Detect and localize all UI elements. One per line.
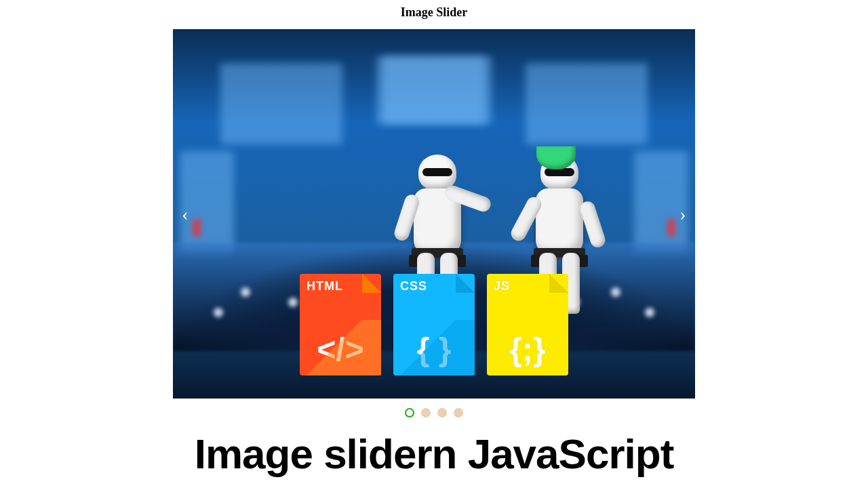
badge-glyph: </> xyxy=(317,333,363,366)
chevron-right-icon: › xyxy=(679,203,686,225)
bokeh-dot xyxy=(611,287,620,297)
pagination-dot[interactable] xyxy=(405,408,414,418)
red-light-icon xyxy=(193,219,200,237)
badge-label: CSS xyxy=(400,279,427,293)
pagination-dot[interactable] xyxy=(437,408,447,418)
next-button[interactable]: › xyxy=(675,201,691,228)
js-file-icon: JS {;} xyxy=(487,274,568,375)
badge-label: JS xyxy=(494,279,510,293)
image-slider: HTML </> CSS { } JS {;} ‹ › xyxy=(173,29,695,399)
page-title: Image Slider xyxy=(401,5,468,20)
bokeh-dot xyxy=(288,298,298,307)
pagination-dot[interactable] xyxy=(454,408,463,418)
footer-heading: Image slidern JavaScript xyxy=(195,430,674,478)
bokeh-dot xyxy=(645,308,654,317)
file-badges: HTML </> CSS { } JS {;} xyxy=(300,274,568,375)
html-file-icon: HTML </> xyxy=(300,274,381,375)
badge-glyph: {;} xyxy=(509,333,545,366)
slide-image: HTML </> CSS { } JS {;} xyxy=(173,29,695,399)
chevron-left-icon: ‹ xyxy=(182,203,188,225)
red-light-icon xyxy=(668,219,675,237)
bg-panel xyxy=(220,63,342,144)
prev-button[interactable]: ‹ xyxy=(177,201,193,228)
bg-panel xyxy=(383,56,492,124)
bokeh-dot xyxy=(214,308,223,317)
bg-panel xyxy=(526,63,648,144)
badge-glyph: { } xyxy=(417,333,452,366)
pagination-dot[interactable] xyxy=(421,408,431,418)
bokeh-dot xyxy=(241,287,250,297)
css-file-icon: CSS { } xyxy=(393,274,475,375)
pagination-dots xyxy=(405,408,463,418)
badge-label: HTML xyxy=(307,279,343,293)
